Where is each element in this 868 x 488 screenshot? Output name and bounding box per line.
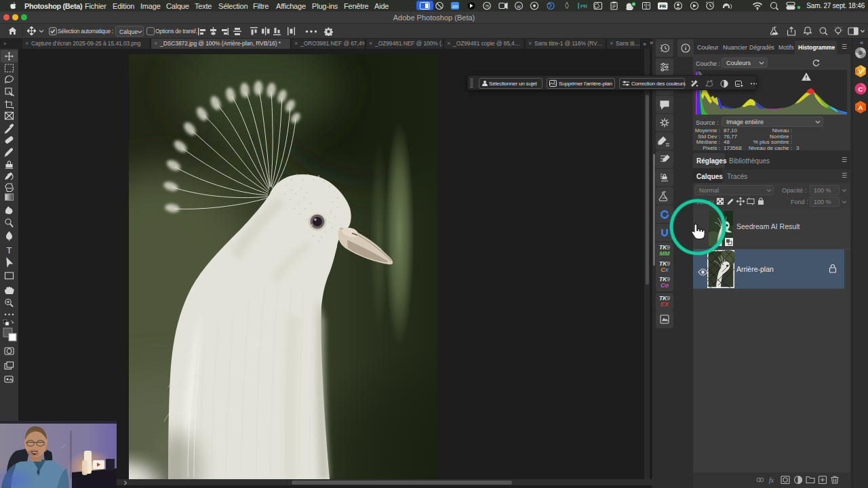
svg-text:T: T xyxy=(7,245,12,256)
svg-text:fx: fx xyxy=(769,476,774,484)
svg-text:C: C xyxy=(859,85,863,93)
svg-text:EX: EX xyxy=(660,301,669,308)
svg-text:FR: FR xyxy=(659,3,666,9)
svg-text:A: A xyxy=(859,104,863,111)
svg-text:zm: zm xyxy=(452,4,458,9)
svg-text:Cx: Cx xyxy=(660,266,669,273)
svg-text:w: w xyxy=(517,4,521,9)
svg-text:V: V xyxy=(859,68,863,75)
svg-text:Co: Co xyxy=(660,282,669,289)
svg-text:76: 76 xyxy=(485,4,489,8)
svg-text:PR: PR xyxy=(580,3,588,9)
